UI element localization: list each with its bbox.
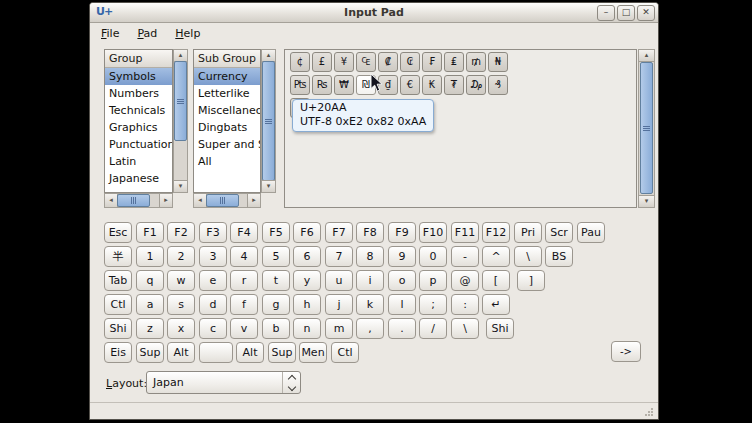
key-scr[interactable]: Scr — [545, 222, 573, 243]
scroll-up-icon[interactable]: ▴ — [638, 49, 655, 62]
key-r4c9[interactable]: . — [388, 318, 416, 339]
key-pau[interactable]: Pau — [577, 222, 605, 243]
symbol-button-u1-1[interactable]: ₨ — [312, 75, 332, 95]
close-button[interactable]: ✕ — [637, 5, 655, 21]
list-item-symbols[interactable]: Symbols — [105, 68, 172, 85]
scrollbar-thumb[interactable] — [640, 62, 653, 194]
titlebar[interactable]: U+ Input Pad – □ ✕ — [90, 3, 658, 23]
scroll-down-icon[interactable]: ▾ — [173, 180, 188, 193]
combo-spinner[interactable] — [282, 372, 300, 393]
scroll-left-icon[interactable]: ◂ — [104, 193, 118, 208]
key-f1[interactable]: F1 — [136, 222, 164, 243]
scroll-left-icon[interactable]: ◂ — [193, 193, 207, 208]
key-f[interactable]: f — [230, 294, 258, 315]
key-v[interactable]: v — [230, 318, 258, 339]
scroll-right-icon[interactable]: ▸ — [247, 193, 261, 208]
symbol-button-u1-9[interactable]: ₰ — [488, 75, 508, 95]
symbol-button-u1-6[interactable]: ₭ — [422, 75, 442, 95]
key-r4c8[interactable]: , — [356, 318, 384, 339]
list-item-latin[interactable]: Latin — [105, 153, 172, 170]
key-f5[interactable]: F5 — [262, 222, 290, 243]
scrollbar-thumb[interactable] — [206, 194, 239, 207]
symbol-button-u0-0[interactable]: ¢ — [290, 52, 310, 72]
list-item-japanese[interactable]: Japanese — [105, 170, 172, 187]
key-0[interactable]: 0 — [419, 246, 447, 267]
key-f4[interactable]: F4 — [230, 222, 258, 243]
list-item-technicals[interactable]: Technicals — [105, 102, 172, 119]
group-horizontal-scrollbar[interactable]: ◂ ▸ — [104, 193, 173, 208]
key-t[interactable]: t — [262, 270, 290, 291]
key-r3c12[interactable]: ↵ — [482, 294, 510, 315]
key-r2c11[interactable]: @ — [451, 270, 479, 291]
symbol-button-u0-2[interactable]: ¥ — [334, 52, 354, 72]
key-b[interactable]: b — [262, 318, 290, 339]
key-f3[interactable]: F3 — [199, 222, 227, 243]
symbol-button-u0-8[interactable]: ₥ — [466, 52, 486, 72]
key-n[interactable]: n — [293, 318, 321, 339]
key-h[interactable]: h — [293, 294, 321, 315]
key-pri[interactable]: Pri — [514, 222, 542, 243]
key-4[interactable]: 4 — [230, 246, 258, 267]
list-item-letterlike[interactable]: Letterlike — [194, 85, 260, 102]
key-r2c12[interactable]: [ — [482, 270, 510, 291]
symbol-button-u1-5[interactable]: € — [400, 75, 420, 95]
symbol-button-u1-0[interactable]: ₧ — [290, 75, 310, 95]
key-sup[interactable]: Sup — [136, 342, 164, 363]
list-item-currency[interactable]: Currency — [194, 68, 260, 85]
key-r4c10[interactable]: / — [419, 318, 447, 339]
group-vertical-scrollbar[interactable]: ▴ ▾ — [173, 49, 188, 193]
list-item-punctuation[interactable]: Punctuation — [105, 136, 172, 153]
key-i[interactable]: i — [356, 270, 384, 291]
key-shi[interactable]: Shi — [104, 318, 132, 339]
key-r4c11[interactable]: \ — [451, 318, 479, 339]
key-sup[interactable]: Sup — [268, 342, 296, 363]
key-ctl[interactable]: Ctl — [331, 342, 359, 363]
subgroup-vertical-scrollbar[interactable]: ▴ ▾ — [261, 49, 276, 193]
scroll-right-icon[interactable]: ▸ — [159, 193, 173, 208]
key-k[interactable]: k — [356, 294, 384, 315]
key-shi[interactable]: Shi — [486, 318, 514, 339]
key-l[interactable]: l — [388, 294, 416, 315]
list-item-graphics[interactable]: Graphics — [105, 119, 172, 136]
key-3[interactable]: 3 — [199, 246, 227, 267]
key-tab[interactable]: Tab — [104, 270, 132, 291]
key-r5c3[interactable] — [199, 342, 233, 363]
key-alt[interactable]: Alt — [167, 342, 195, 363]
symbols-vertical-scrollbar[interactable]: ▴ ▾ — [638, 49, 655, 208]
key-esc[interactable]: Esc — [104, 222, 132, 243]
key-alt[interactable]: Alt — [236, 342, 264, 363]
scrollbar-thumb[interactable] — [174, 61, 187, 141]
key-r2c13[interactable]: ] — [517, 270, 545, 291]
key-g[interactable]: g — [262, 294, 290, 315]
key-c[interactable]: c — [199, 318, 227, 339]
symbol-button-u0-3[interactable]: ₠ — [356, 52, 376, 72]
menu-item-help[interactable]: Help — [166, 23, 209, 46]
key-f2[interactable]: F2 — [167, 222, 195, 243]
scrollbar-thumb[interactable] — [262, 61, 275, 181]
key-r1c0[interactable]: 半 — [104, 246, 132, 267]
key-y[interactable]: y — [293, 270, 321, 291]
list-item-numbers[interactable]: Numbers — [105, 85, 172, 102]
key-bs[interactable]: BS — [545, 246, 573, 267]
key-w[interactable]: w — [167, 270, 195, 291]
maximize-button[interactable]: □ — [617, 5, 635, 21]
key-x[interactable]: x — [167, 318, 195, 339]
key-d[interactable]: d — [199, 294, 227, 315]
symbol-button-u0-1[interactable]: £ — [312, 52, 332, 72]
symbol-button-u0-6[interactable]: ₣ — [422, 52, 442, 72]
symbol-button-u0-9[interactable]: ₦ — [488, 52, 508, 72]
key-f11[interactable]: F11 — [451, 222, 479, 243]
key-eis[interactable]: Eis — [104, 342, 132, 363]
key-ctl[interactable]: Ctl — [104, 294, 132, 315]
key-1[interactable]: 1 — [136, 246, 164, 267]
key-8[interactable]: 8 — [356, 246, 384, 267]
key-q[interactable]: q — [136, 270, 164, 291]
key-o[interactable]: o — [388, 270, 416, 291]
key-6[interactable]: 6 — [293, 246, 321, 267]
list-item-super-and-subscript[interactable]: Super and Subscript — [194, 136, 260, 153]
send-arrow-button[interactable]: -> — [611, 341, 641, 362]
key-z[interactable]: z — [136, 318, 164, 339]
menu-item-file[interactable]: File — [92, 23, 128, 46]
layout-combobox[interactable]: Japan — [146, 371, 301, 394]
key-5[interactable]: 5 — [262, 246, 290, 267]
